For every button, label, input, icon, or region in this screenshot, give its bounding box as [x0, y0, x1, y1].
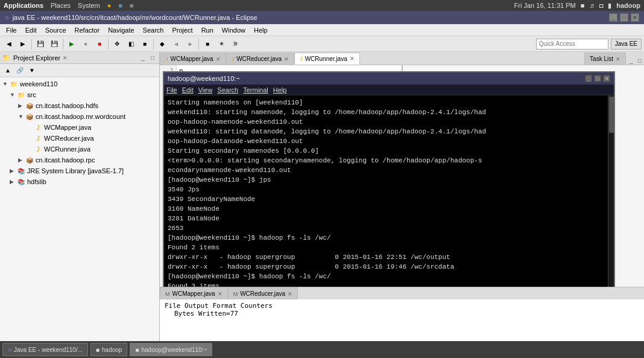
taskbar-terminal-label: hadoop@weekend110:~ [141, 347, 207, 353]
tree-hdfslib[interactable]: ▶ 📚 hdfslib [0, 176, 159, 187]
applications-menu[interactable]: Applications [4, 2, 43, 9]
app-icon-3[interactable]: ■ [130, 2, 134, 9]
tab-icon-wcmapper: J [165, 56, 168, 62]
terminal-content[interactable]: Starting namenodes on [weekend110] weeke… [164, 95, 608, 287]
taskbar-terminal-icon2: ■ [135, 347, 139, 353]
toolbar-btn-5[interactable]: ■ [138, 38, 151, 50]
editor-tab-wcreducer[interactable]: J WCReducer.java ✕ [226, 53, 295, 65]
toolbar-sep-5 [198, 39, 199, 50]
tree-wcmapper[interactable]: J WCMapper.java [0, 122, 159, 133]
tab-close-wcrunner[interactable]: ✕ [350, 56, 355, 62]
close-button[interactable]: ✕ [631, 13, 639, 22]
term-menu-view[interactable]: View [198, 86, 213, 94]
lower-tab-wcreducer[interactable]: M WCReducer.java ✕ [228, 287, 298, 299]
tree-root-item[interactable]: ▼ 📁 weekend110 [0, 78, 159, 89]
toolbar-run-btn[interactable]: ▶ [65, 38, 78, 50]
menu-file[interactable]: File [2, 25, 21, 35]
java-wcreducer-icon: J [34, 134, 42, 142]
toolbar-fwd-btn[interactable]: ▶ [16, 38, 30, 50]
app-icon-2[interactable]: ■ [118, 2, 122, 9]
tab-close-wcreducer[interactable]: ✕ [284, 56, 289, 62]
wcreducer-label: WCReducer.java [44, 135, 94, 142]
term-menu-search[interactable]: Search [217, 86, 238, 94]
system-menu[interactable]: System [78, 2, 100, 9]
firefox-icon[interactable]: ● [107, 2, 112, 9]
tree-wcrunner[interactable]: J WCRunner.java [0, 144, 159, 155]
term-menu-terminal[interactable]: Terminal [243, 86, 268, 94]
toolbar-btn-11[interactable]: ⚞ [229, 38, 242, 50]
tree-src-item[interactable]: ▼ 📁 src [0, 89, 159, 100]
places-menu[interactable]: Places [51, 2, 71, 9]
menu-window[interactable]: Window [218, 25, 249, 35]
taskbar-terminal-icon[interactable]: ■ hadoop [90, 343, 127, 356]
tree-pkg-rpc[interactable]: ▶ 📦 cn.itcast.hadoop.rpc [0, 155, 159, 165]
toolbar-btn-6[interactable]: ◆ [156, 38, 169, 50]
editor-tab-wcrunner[interactable]: J WCRunner.java ✕ [294, 53, 360, 65]
toolbar-save-btn[interactable]: 💾 [34, 38, 47, 50]
hostname-label: hadoop [616, 2, 640, 9]
menu-edit[interactable]: Edit [22, 25, 40, 35]
tree-jre[interactable]: ▶ 📚 JRE System Library [javaSE-1.7] [0, 165, 159, 176]
tab-close-wcmapper[interactable]: ✕ [216, 56, 221, 62]
editor-tab-tasklist[interactable]: Task List ✕ [584, 53, 626, 65]
toolbar-btn-10[interactable]: ☀ [215, 38, 228, 50]
toolbar-debug-btn[interactable]: ● [79, 38, 92, 50]
terminal-inner-area: Starting namenodes on [weekend110] weeke… [164, 95, 614, 287]
java-ee-button[interactable]: Java EE [611, 39, 642, 50]
taskbar-eclipse-label: Java EE - weekend110/... [14, 347, 83, 353]
toolbar-btn-9[interactable]: ■ [201, 38, 214, 50]
lower-tab-wcmapper[interactable]: M WCMapper.java ✕ [160, 287, 228, 299]
toolbar-back-btn[interactable]: ◀ [2, 38, 16, 50]
terminal-minimize-btn[interactable]: _ [585, 75, 592, 82]
tab-close-tasklist[interactable]: ✕ [616, 56, 620, 62]
toolbar-btn-4[interactable]: ◧ [124, 38, 137, 50]
terminal-maximize-btn[interactable]: □ [594, 75, 601, 82]
term-line-11: 3439 SecondaryNameNode [168, 194, 604, 204]
menu-navigate[interactable]: Navigate [104, 25, 137, 35]
menu-run[interactable]: Run [198, 25, 217, 35]
term-menu-edit[interactable]: Edit [182, 86, 194, 94]
editor-area-maximize[interactable]: □ [636, 56, 644, 65]
pe-minimize-btn[interactable]: _ [139, 54, 147, 62]
tree-pkg-wordcount[interactable]: ▼ 📦 cn.itcast.hadoop.mr.wordcount [0, 111, 159, 122]
eclipse-menubar: File Edit Source Refactor Navigate Searc… [0, 24, 644, 36]
terminal-close-btn[interactable]: ✕ [603, 75, 610, 82]
toolbar-btn-3[interactable]: ✥ [110, 38, 124, 50]
pe-maximize-btn[interactable]: □ [148, 54, 157, 62]
menu-source[interactable]: Source [42, 25, 70, 35]
toolbar-stop-btn[interactable]: ■ [93, 38, 106, 50]
toolbar-btn-7[interactable]: ◃ [169, 38, 183, 50]
term-menu-file[interactable]: File [166, 86, 177, 94]
lower-tab-icon-re: M [233, 291, 238, 297]
minimize-button[interactable]: _ [609, 13, 617, 22]
pe-link-btn[interactable]: 🔗 [14, 65, 25, 76]
editor-tab-wcmapper[interactable]: J WCMapper.java ✕ [160, 53, 226, 65]
lower-panel: M WCMapper.java ✕ M WCReducer.java ✕ Fil… [160, 287, 644, 341]
term-menu-help[interactable]: Help [273, 86, 287, 94]
lower-tab-close-ma[interactable]: ✕ [218, 291, 223, 297]
tree-pkg-hdfs[interactable]: ▶ 📦 cn.itcast.hadoop.hdfs [0, 100, 159, 111]
pe-collapse-btn[interactable]: ▲ [2, 65, 13, 76]
menu-help[interactable]: Help [250, 25, 271, 35]
maximize-button[interactable]: □ [620, 13, 628, 22]
term-line-15: [hadoop@weekend110 ~]$ hadoop fs -ls /wc… [168, 233, 604, 243]
quick-access-input[interactable] [536, 39, 608, 50]
terminal-scrollbar[interactable] [608, 95, 614, 287]
pe-menu-btn[interactable]: ▼ [27, 65, 37, 76]
menu-search[interactable]: Search [139, 25, 168, 35]
editor-area-minimize[interactable]: _ [627, 56, 636, 65]
tree-wcreducer[interactable]: J WCReducer.java [0, 133, 159, 144]
pe-close-icon[interactable]: ✕ [63, 55, 68, 61]
bluetooth-icon: ◘ [599, 2, 604, 9]
menu-refactor[interactable]: Refactor [71, 25, 104, 35]
toolbar-btn-2[interactable]: 💾 [48, 38, 61, 50]
eclipse-logo-icon: ○ [5, 14, 9, 21]
taskbar-terminal-item[interactable]: ■ hadoop@weekend110:~ [130, 343, 212, 356]
pe-header-buttons: _ □ [139, 54, 157, 62]
menu-project[interactable]: Project [168, 25, 196, 35]
lower-tab-close-re[interactable]: ✕ [288, 291, 292, 297]
taskbar-eclipse-item[interactable]: ○ Java EE - weekend110/... [2, 343, 88, 356]
toolbar-btn-8[interactable]: ▹ [183, 38, 197, 50]
term-line-19: [hadoop@weekend110 ~]$ hadoop fs -ls /wc… [168, 272, 604, 281]
src-label: src [27, 91, 36, 98]
